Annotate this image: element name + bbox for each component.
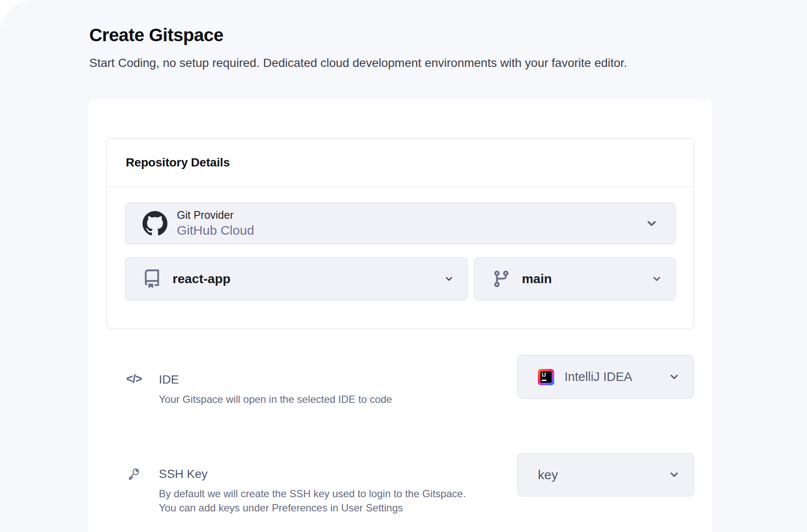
intellij-idea-icon: IJ [538,369,554,385]
page-subtitle: Start Coding, no setup required. Dedicat… [89,54,716,72]
ide-texts: IDE Your Gitspace will open in the selec… [159,372,392,406]
main-content-panel: Create Gitspace Start Coding, no setup r… [0,0,807,532]
chevron-down-icon [645,217,658,230]
git-provider-texts: Git Provider GitHub Cloud [177,209,254,238]
chevron-down-icon [668,469,680,481]
code-icon: </> [126,372,143,406]
repo-icon [143,269,161,288]
repository-details-body: Git Provider GitHub Cloud react-app [107,187,694,329]
ssh-key-select[interactable]: key [517,453,694,496]
ssh-key-texts: SSH Key By default we will create the SS… [159,467,466,515]
ide-info: </> IDE Your Gitspace will open in the s… [126,355,392,406]
page-title: Create Gitspace [89,25,807,45]
repository-details-header: Repository Details [107,139,694,187]
git-provider-select[interactable]: Git Provider GitHub Cloud [125,203,676,244]
ssh-key-description-line1: By default we will create the SSH key us… [159,487,466,501]
git-provider-value: GitHub Cloud [177,223,254,238]
ide-label: IDE [159,372,392,387]
ssh-key-description: By default we will create the SSH key us… [159,487,466,515]
branch-value: main [522,272,552,286]
ssh-key-selected-value: key [538,468,558,482]
chevron-down-icon [651,273,662,284]
repository-select[interactable]: react-app [125,257,467,300]
ssh-key-info: SSH Key By default we will create the SS… [126,453,466,515]
chevron-down-icon [668,371,680,383]
repository-value: react-app [173,272,231,286]
create-gitspace-form-card: Repository Details Git Provider GitHub C… [88,100,713,532]
ssh-key-row: SSH Key By default we will create the SS… [126,453,694,515]
ide-selected-value: IntelliJ IDEA [564,370,632,384]
ssh-key-label: SSH Key [159,467,466,481]
github-icon [143,211,167,236]
key-icon [126,467,143,515]
repo-branch-row: react-app main [125,257,676,300]
repository-details-title: Repository Details [126,156,230,169]
ide-select[interactable]: IJ IntelliJ IDEA [517,355,694,399]
ssh-key-description-line2: You can add keys under Preferences in Us… [159,501,466,515]
ide-row: </> IDE Your Gitspace will open in the s… [126,355,694,406]
repository-details-section: Repository Details Git Provider GitHub C… [106,138,694,329]
chevron-down-icon [444,274,454,284]
branch-select[interactable]: main [474,257,676,300]
git-branch-icon [492,269,511,288]
ide-description: Your Gitspace will open in the selected … [159,392,392,406]
git-provider-label: Git Provider [177,209,254,221]
